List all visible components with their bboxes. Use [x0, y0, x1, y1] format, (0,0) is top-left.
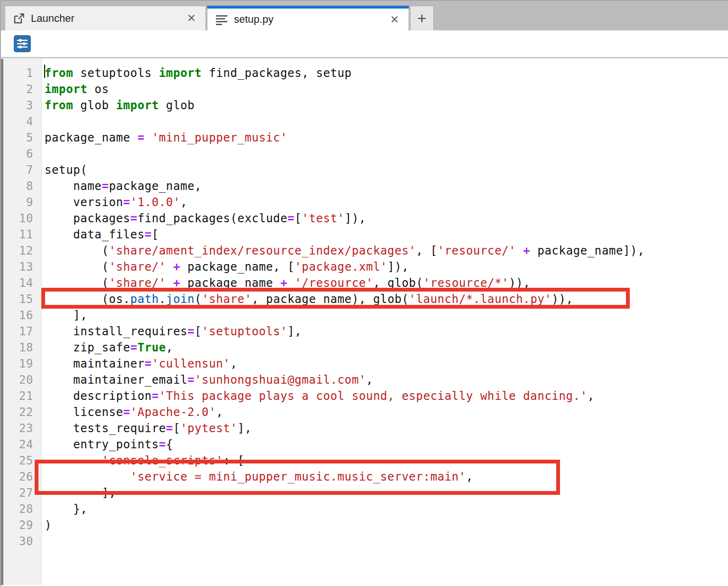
- code-line: [45, 533, 728, 549]
- code-line: [45, 113, 728, 130]
- line-number: 7: [3, 162, 41, 178]
- line-number: 16: [3, 307, 41, 323]
- close-icon[interactable]: ✕: [388, 13, 401, 26]
- line-number: 22: [3, 404, 41, 420]
- sliders-icon: [16, 38, 28, 50]
- tab-launcher-label: Launcher: [31, 12, 185, 25]
- line-number: 17: [3, 323, 41, 340]
- tab-setup-py-label: setup.py: [234, 13, 388, 26]
- code-line: install_requires=['setuptools'],: [45, 323, 728, 340]
- code-line: [45, 146, 728, 162]
- code-line: import os: [45, 81, 728, 97]
- code-line: ('share/' + package_name, ['package.xml'…: [45, 259, 728, 275]
- line-number: 21: [3, 388, 41, 404]
- code-line: name=package_name,: [45, 178, 728, 194]
- code-line: ],: [45, 307, 728, 323]
- line-number: 24: [3, 436, 41, 453]
- code-line: ('share/ament_index/resource_index/packa…: [45, 243, 728, 259]
- line-number: 29: [3, 517, 41, 533]
- line-number: 11: [3, 227, 41, 243]
- text-file-icon: [215, 13, 228, 26]
- code-line: zip_safe=True,: [45, 340, 728, 356]
- line-number: 20: [3, 372, 41, 388]
- line-number: 1: [3, 65, 41, 81]
- tab-setup-py[interactable]: setup.py ✕: [207, 6, 409, 30]
- code-line: },: [45, 501, 728, 517]
- code-line: version='1.0.0',: [45, 194, 728, 210]
- line-number: 5: [3, 130, 41, 146]
- code-line: tests_require=['pytest'],: [45, 420, 728, 436]
- new-tab-button[interactable]: +: [410, 6, 434, 30]
- code-line: description='This package plays a cool s…: [45, 388, 728, 404]
- line-number: 13: [3, 259, 41, 275]
- launcher-icon: [13, 12, 25, 25]
- code-line: from setuptools import find_packages, se…: [45, 65, 728, 81]
- code-line: package_name = 'mini_pupper_music': [45, 130, 728, 146]
- tab-bar: Launcher ✕ setup.py ✕ +: [1, 1, 728, 30]
- code-line: packages=find_packages(exclude=['test'])…: [45, 210, 728, 227]
- code-area[interactable]: from setuptools import find_packages, se…: [42, 59, 728, 585]
- line-number: 23: [3, 420, 41, 436]
- code-editor[interactable]: 1234567891011121314151617181920212223242…: [1, 59, 728, 585]
- code-line: setup(: [45, 162, 728, 178]
- line-number: 9: [3, 194, 41, 210]
- line-number: 2: [3, 81, 41, 97]
- line-number: 30: [3, 533, 41, 549]
- code-line: license='Apache-2.0',: [45, 404, 728, 420]
- line-number: 28: [3, 501, 41, 517]
- editor-toolbar: [1, 30, 728, 58]
- line-number: 3: [3, 97, 41, 113]
- jupyterlab-window: Launcher ✕ setup.py ✕ +: [0, 0, 728, 586]
- line-number: 10: [3, 210, 41, 227]
- tab-launcher[interactable]: Launcher ✕: [5, 6, 206, 30]
- settings-sliders-button[interactable]: [14, 35, 31, 52]
- code-line: maintainer_email='sunhongshuai@gmail.com…: [45, 372, 728, 388]
- line-number: 4: [3, 113, 41, 130]
- code-line: maintainer='cullensun',: [45, 356, 728, 372]
- text-cursor: [44, 65, 45, 78]
- line-number: 12: [3, 243, 41, 259]
- line-number: 14: [3, 275, 41, 291]
- code-line: entry_points={: [45, 436, 728, 453]
- line-number: 18: [3, 340, 41, 356]
- code-line: data_files=[: [45, 227, 728, 243]
- plus-icon: +: [417, 9, 427, 28]
- line-number: 8: [3, 178, 41, 194]
- close-icon[interactable]: ✕: [185, 12, 198, 25]
- line-number: 19: [3, 356, 41, 372]
- annotation-box-line-15: [41, 288, 630, 309]
- annotation-box-line-26: [35, 460, 560, 495]
- code-line: from glob import glob: [45, 97, 728, 113]
- line-number: 15: [3, 291, 41, 307]
- editor-gutter: 1234567891011121314151617181920212223242…: [3, 59, 42, 585]
- line-number: 6: [3, 146, 41, 162]
- code-line: ): [45, 517, 728, 533]
